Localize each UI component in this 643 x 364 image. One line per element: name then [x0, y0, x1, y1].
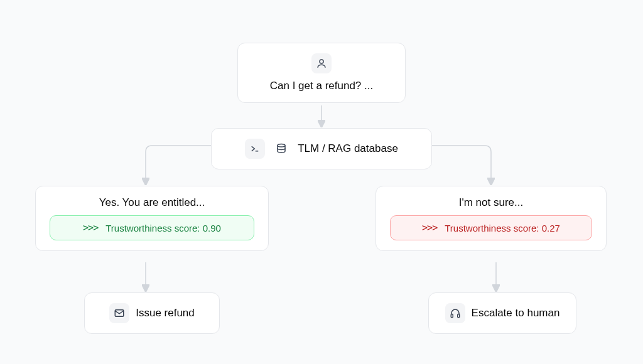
trust-score-high-badge: >>> Trustworthiness score: 0.90	[50, 215, 254, 240]
issue-refund-label: Issue refund	[136, 307, 195, 319]
mail-icon	[109, 303, 129, 323]
issue-refund-node: Issue refund	[84, 292, 220, 334]
trust-score-value: 0.90	[203, 223, 221, 233]
response-left-title: Yes. You are entitled...	[99, 196, 205, 209]
tlm-rag-label: TLM / RAG database	[298, 142, 398, 155]
response-right-title: I'm not sure...	[459, 196, 523, 209]
response-low-confidence-node: I'm not sure... >>> Trustworthiness scor…	[376, 186, 607, 251]
terminal-icon	[245, 139, 265, 159]
chevron-prefix: >>>	[422, 222, 437, 233]
chevron-prefix: >>>	[83, 222, 98, 233]
trust-score-label: Trustworthiness score:	[105, 223, 200, 233]
user-query-text: Can I get a refund? ...	[270, 80, 373, 92]
user-icon	[311, 53, 332, 73]
trust-score-value: 0.27	[542, 223, 560, 233]
svg-rect-5	[457, 314, 459, 318]
svg-rect-4	[451, 314, 453, 318]
user-query-node: Can I get a refund? ...	[237, 43, 406, 103]
database-icon	[271, 139, 291, 159]
trust-score-low-badge: >>> Trustworthiness score: 0.27	[390, 215, 592, 240]
tlm-rag-node: TLM / RAG database	[211, 128, 432, 169]
trust-score-label: Trustworthiness score:	[445, 223, 539, 233]
svg-point-0	[320, 60, 323, 63]
response-high-confidence-node: Yes. You are entitled... >>> Trustworthi…	[35, 186, 269, 251]
escalate-human-node: Escalate to human	[428, 292, 576, 334]
escalate-human-label: Escalate to human	[472, 307, 560, 319]
svg-point-2	[278, 144, 285, 147]
headphones-icon	[445, 303, 465, 323]
